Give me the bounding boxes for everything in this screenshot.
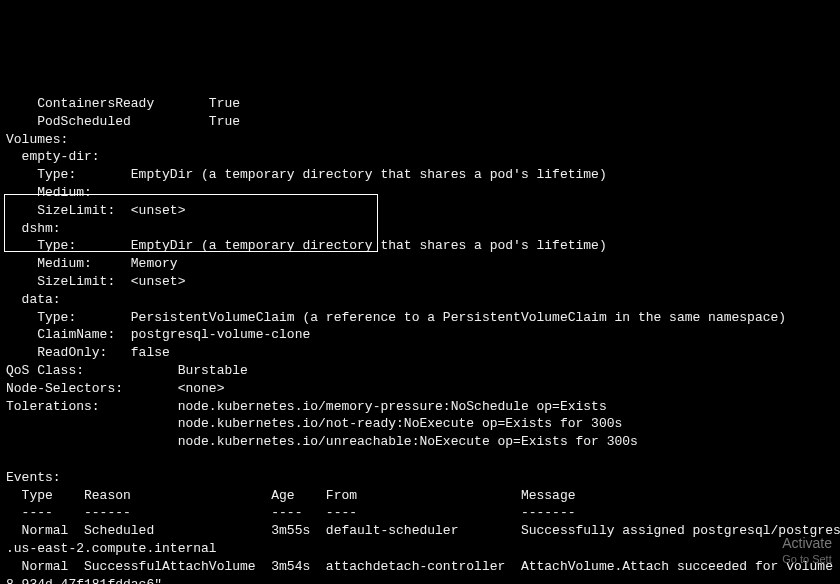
line: ReadOnly: false [6,345,170,360]
line: dshm: [6,221,61,236]
line: QoS Class: Burstable [6,363,248,378]
line: Events: [6,470,61,485]
line: ContainersReady True [6,96,240,111]
line: Medium: Memory [6,256,178,271]
line: .us-east-2.compute.internal [6,541,217,556]
watermark-title: Activate [782,534,832,552]
terminal-output: ContainersReady True PodScheduled True V… [6,77,834,584]
line: SizeLimit: <unset> [6,203,185,218]
line: SizeLimit: <unset> [6,274,185,289]
line: Type: PersistentVolumeClaim (a reference… [6,310,786,325]
line: data: [6,292,61,307]
line: Tolerations: node.kubernetes.io/memory-p… [6,399,607,414]
line: ClaimName: postgresql-volume-clone [6,327,310,342]
line: Type Reason Age From Message [6,488,576,503]
line: Node-Selectors: <none> [6,381,224,396]
line: node.kubernetes.io/not-ready:NoExecute o… [6,416,622,431]
watermark-sub: Go to Sett [782,552,832,566]
line: 8-934d-47f181fddac6" [6,577,162,585]
line: node.kubernetes.io/unreachable:NoExecute… [6,434,638,449]
line: Medium: [6,185,92,200]
line: Normal Scheduled 3m55s default-scheduler… [6,523,840,538]
line: Type: EmptyDir (a temporary directory th… [6,167,607,182]
line: empty-dir: [6,149,100,164]
line: ---- ------ ---- ---- ------- [6,505,576,520]
line: Volumes: [6,132,68,147]
line: PodScheduled True [6,114,240,129]
line: Normal SuccessfulAttachVolume 3m54s atta… [6,559,840,574]
activate-windows-watermark: Activate Go to Sett [782,534,832,566]
line: Type: EmptyDir (a temporary directory th… [6,238,607,253]
